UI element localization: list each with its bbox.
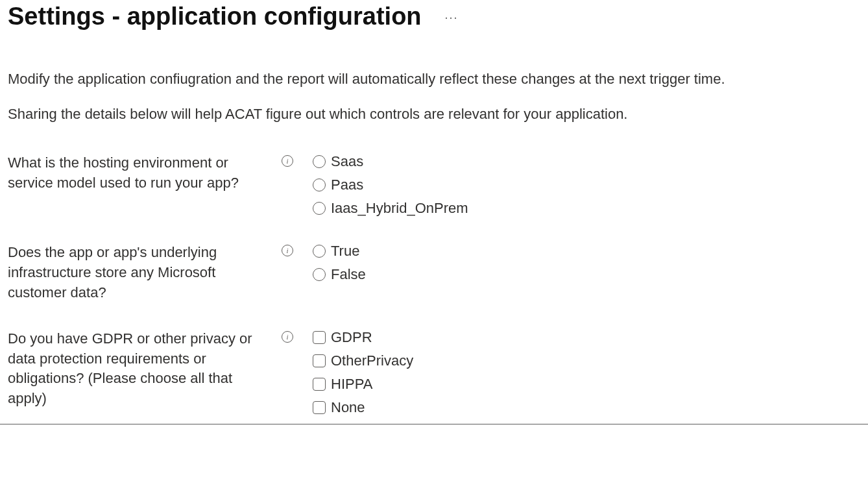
more-options-button[interactable]: ··· — [440, 8, 464, 27]
radio-label: Paas — [331, 177, 363, 193]
radio-iaas-hybrid-onprem[interactable]: Iaas_Hybrid_OnPrem — [313, 200, 468, 217]
checkbox-label: None — [331, 399, 365, 416]
checkbox-hippa[interactable]: HIPPA — [313, 376, 413, 393]
radio-icon — [313, 268, 326, 281]
question-hosting-environment: What is the hosting environment or servi… — [8, 153, 860, 217]
checkbox-icon — [313, 378, 326, 391]
intro-text: Modify the application confiugration and… — [8, 69, 860, 123]
question-label: Do you have GDPR or other privacy or dat… — [8, 329, 267, 409]
checkbox-gdpr[interactable]: GDPR — [313, 329, 413, 346]
radio-icon — [313, 155, 326, 168]
info-icon[interactable]: i — [282, 245, 293, 256]
page-title: Settings - application configuration — [8, 3, 422, 31]
checkbox-label: OtherPrivacy — [331, 352, 413, 369]
info-icon[interactable]: i — [282, 155, 293, 167]
radio-label: False — [331, 266, 366, 283]
intro-line1: Modify the application confiugration and… — [8, 69, 860, 89]
radio-icon — [313, 178, 326, 191]
question-privacy-obligations: Do you have GDPR or other privacy or dat… — [8, 329, 860, 416]
radio-true[interactable]: True — [313, 243, 366, 260]
checkbox-label: HIPPA — [331, 376, 372, 393]
checkbox-icon — [313, 331, 326, 344]
radio-icon — [313, 202, 326, 215]
checkbox-none[interactable]: None — [313, 399, 413, 416]
question-stores-customer-data: Does the app or app's underlying infrast… — [8, 243, 860, 302]
radio-label: Iaas_Hybrid_OnPrem — [331, 200, 468, 217]
radio-paas[interactable]: Paas — [313, 177, 468, 193]
checkbox-icon — [313, 401, 326, 414]
checkbox-otherprivacy[interactable]: OtherPrivacy — [313, 352, 413, 369]
intro-line2: Sharing the details below will help ACAT… — [8, 104, 860, 124]
radio-label: Saas — [331, 153, 363, 170]
radio-false[interactable]: False — [313, 266, 366, 283]
question-label: Does the app or app's underlying infrast… — [8, 243, 267, 302]
radio-icon — [313, 245, 326, 258]
info-icon[interactable]: i — [282, 331, 293, 343]
checkbox-icon — [313, 354, 326, 367]
question-label: What is the hosting environment or servi… — [8, 153, 267, 193]
checkbox-label: GDPR — [331, 329, 372, 346]
radio-label: True — [331, 243, 359, 260]
radio-saas[interactable]: Saas — [313, 153, 468, 170]
